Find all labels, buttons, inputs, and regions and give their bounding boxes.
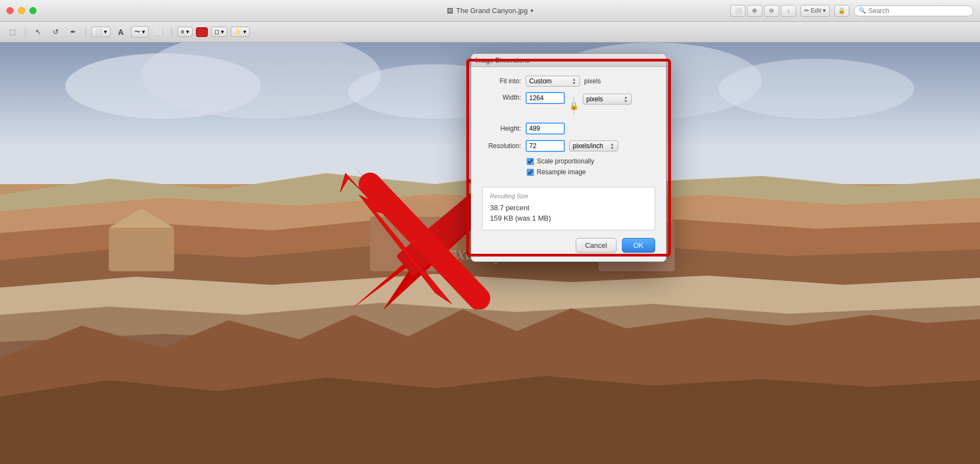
separator-2 [85, 27, 86, 38]
stroke-dropdown[interactable]: ◻ ▾ [211, 27, 227, 37]
brush-dropdown[interactable]: 〜 ▾ [131, 26, 149, 38]
text-tool[interactable]: A [114, 26, 128, 38]
svg-marker-16 [0, 376, 980, 464]
svg-rect-17 [109, 228, 174, 271]
fit-into-unit: pixels [584, 77, 601, 85]
result-percent: 38.7 percent [490, 204, 647, 212]
svg-point-5 [718, 59, 914, 119]
separator-1 [25, 27, 26, 38]
shape-dropdown[interactable]: ⬜ ▾ [91, 27, 110, 37]
resolution-label: Resolution: [482, 142, 521, 150]
traffic-lights [7, 7, 36, 14]
fit-into-arrow [572, 77, 576, 85]
pixels-unit-select[interactable]: pixels [583, 94, 632, 105]
title-dropdown-arrow[interactable]: ▾ [531, 8, 533, 14]
dialog-content: Fit into: Custom pixels Width: [471, 67, 666, 187]
view-controls: ⬜ ⊕ ⊖ ↑ [730, 5, 796, 17]
width-row: Width: 🔒 pixels [482, 92, 655, 119]
color-btn[interactable] [196, 27, 208, 37]
resolution-unit-arrows [611, 142, 614, 150]
fit-into-label: Fit into: [482, 77, 521, 85]
separator-3 [171, 27, 172, 38]
height-label: Height: [482, 125, 521, 132]
edit-btn[interactable]: ✏ Edit ▾ [800, 5, 830, 17]
search-input[interactable] [868, 7, 969, 15]
image-dimensions-dialog: Image Dimensions Fit into: Custom pixels [471, 53, 667, 262]
width-label: Width: [482, 94, 521, 101]
zoom-in-btn[interactable]: ⊕ [747, 5, 762, 17]
dialog-wrapper: Image Dimensions Fit into: Custom pixels [471, 53, 667, 262]
maximize-button[interactable] [29, 7, 36, 14]
cancel-button[interactable]: Cancel [576, 238, 616, 253]
svg-rect-19 [370, 217, 457, 271]
dialog-title: Image Dimensions [476, 57, 529, 64]
resample-checkbox[interactable] [527, 169, 534, 176]
align-dropdown[interactable]: ≡ ▾ [177, 27, 192, 37]
fit-into-row: Fit into: Custom pixels [482, 76, 655, 87]
share-btn[interactable]: ↑ [781, 5, 796, 17]
resample-row: Resample image [527, 168, 655, 176]
background-image: osxdaily.com Image Dimensions [0, 42, 980, 464]
toolbar: ⬚ ↖ ↺ ✒ ⬜ ▾ A 〜 ▾ ⬜ ≡ ▾ ◻ ▾ ✨ ▾ [0, 22, 980, 42]
resulting-size-section: Resulting Size 38.7 percent 159 KB (was … [482, 187, 655, 230]
height-row: Height: [482, 123, 655, 135]
markup-btn[interactable]: 🔒 [834, 5, 849, 17]
titlebar-right: ⬜ ⊕ ⊖ ↑ ✏ Edit ▾ 🔒 🔍 [730, 5, 973, 17]
resample-label: Resample image [537, 168, 586, 176]
width-input[interactable] [526, 92, 565, 104]
selection-tool[interactable]: ⬚ [5, 26, 20, 38]
window-title-area: 🖼 The Grand Canyon.jpg ▾ [447, 7, 533, 15]
unit-arrows [624, 95, 628, 103]
arrow-tool[interactable]: ↖ [31, 26, 45, 38]
scale-proportionally-row: Scale proportionally [527, 157, 655, 165]
zoom-out-btn[interactable]: ⊖ [764, 5, 779, 17]
resolution-row: Resolution: pixels/inch [482, 140, 655, 152]
result-size: 159 KB (was 1 MB) [490, 214, 647, 222]
fit-into-dropdown[interactable]: Custom [526, 76, 580, 87]
window-title: The Grand Canyon.jpg [456, 7, 528, 15]
main-content-area: osxdaily.com Image Dimensions [0, 42, 980, 464]
resolution-input[interactable] [526, 140, 565, 152]
effects-dropdown[interactable]: ✨ ▾ [231, 27, 250, 37]
pen-tool[interactable]: ✒ [66, 26, 80, 38]
eraser-tool[interactable]: ⬜ [152, 26, 166, 38]
sidebar-toggle-btn[interactable]: ⬜ [730, 5, 745, 17]
resolution-unit-select[interactable]: pixels/inch [569, 141, 618, 151]
ok-button[interactable]: OK [622, 238, 655, 253]
resulting-size-header: Resulting Size [490, 193, 647, 199]
fit-into-value: Custom [529, 77, 552, 85]
lock-connector: 🔒 [569, 92, 578, 119]
lock-icon: 🔒 [569, 101, 578, 110]
file-icon: 🖼 [447, 7, 453, 15]
minimize-button[interactable] [18, 7, 25, 14]
dialog-titlebar: Image Dimensions [471, 54, 666, 67]
height-input[interactable] [526, 123, 565, 135]
close-button[interactable] [7, 7, 14, 14]
curve-tool[interactable]: ↺ [48, 26, 63, 38]
resolution-unit-value: pixels/inch [573, 142, 603, 150]
dialog-buttons: Cancel OK [471, 238, 666, 261]
titlebar: 🖼 The Grand Canyon.jpg ▾ ⬜ ⊕ ⊖ ↑ ✏ Edit … [0, 0, 980, 22]
pixels-unit-value: pixels [587, 95, 603, 103]
scale-proportionally-checkbox[interactable] [527, 158, 534, 165]
scale-proportionally-label: Scale proportionally [537, 157, 594, 165]
search-box: 🔍 [854, 5, 973, 16]
search-icon: 🔍 [859, 7, 866, 14]
